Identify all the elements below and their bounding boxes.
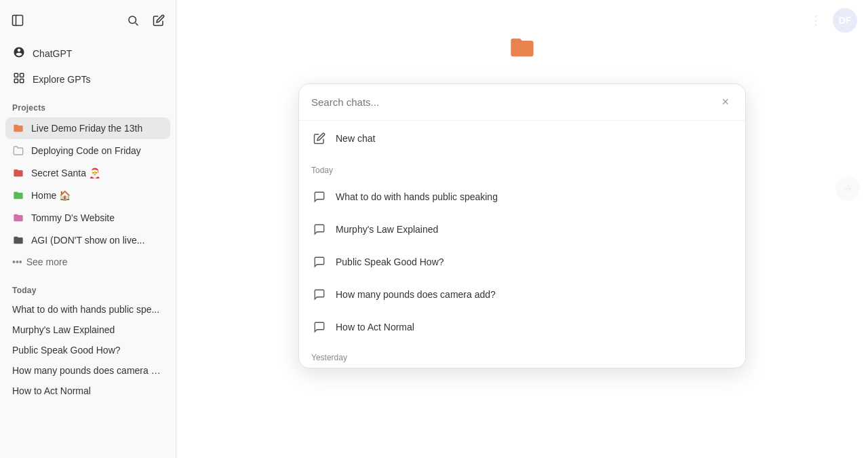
project-item-tommy[interactable]: Tommy D's Website xyxy=(5,207,170,229)
history-item-2[interactable]: Public Speak Good How? xyxy=(0,340,176,360)
folder-large-icon xyxy=(509,34,536,67)
today-section-label: Today xyxy=(0,278,176,299)
folder-icon-plain xyxy=(12,145,24,157)
chat-icon-0 xyxy=(311,189,328,205)
project-item-live-demo[interactable]: Live Demo Friday the 13th xyxy=(5,117,170,139)
project-item-secret-santa[interactable]: Secret Santa 🎅 xyxy=(5,162,170,184)
new-chat-item[interactable]: New chat xyxy=(299,121,745,156)
project-live-demo-label: Live Demo Friday the 13th xyxy=(31,123,142,134)
sidebar-item-chatgpt-label: ChatGPT xyxy=(33,48,72,59)
search-yesterday-label: Yesterday xyxy=(299,343,745,368)
chat-icon-2 xyxy=(311,254,328,270)
project-tommy-label: Tommy D's Website xyxy=(31,212,115,223)
folder-icon-green xyxy=(12,189,24,202)
svg-rect-5 xyxy=(20,73,24,77)
svg-rect-6 xyxy=(14,79,18,83)
sidebar-item-chatgpt[interactable]: ChatGPT xyxy=(5,41,170,66)
search-header: × xyxy=(299,84,745,121)
see-more-label: See more xyxy=(26,256,68,267)
sidebar-nav: ChatGPT Explore GPTs xyxy=(0,38,176,95)
chat-history-list: What to do with hands public spe... Murp… xyxy=(0,299,176,401)
chat-icon-4 xyxy=(311,319,328,335)
explore-icon xyxy=(12,72,26,87)
history-item-4[interactable]: How to Act Normal xyxy=(0,381,176,401)
svg-line-3 xyxy=(136,23,138,26)
sidebar-header-icons xyxy=(124,12,167,29)
search-panel: × New chat Today What to do with hands p… xyxy=(298,83,746,368)
folder-icon-orange xyxy=(12,122,24,134)
svg-rect-4 xyxy=(14,73,18,77)
folder-icon-red xyxy=(12,167,24,179)
sidebar: ChatGPT Explore GPTs Projects Live Demo … xyxy=(0,0,176,458)
projects-list: Live Demo Friday the 13th Deploying Code… xyxy=(0,117,176,252)
folder-icon-pink xyxy=(12,212,24,224)
chat-icon-1 xyxy=(311,221,328,237)
project-agi-label: AGI (DON'T show on live... xyxy=(31,235,144,246)
main-area: ⋮ DF × New chat Today xyxy=(176,0,868,458)
search-result-label-1: Murphy's Law Explained xyxy=(336,224,438,235)
chat-icon-3 xyxy=(311,286,328,303)
search-result-1[interactable]: Murphy's Law Explained xyxy=(299,213,745,246)
search-result-0[interactable]: What to do with hands public speaking xyxy=(299,180,745,213)
search-result-label-2: Public Speak Good How? xyxy=(336,256,444,267)
project-item-deploying-code[interactable]: Deploying Code on Friday xyxy=(5,140,170,161)
sidebar-header xyxy=(0,5,176,38)
project-home-label: Home 🏠 xyxy=(31,190,71,201)
search-close-button[interactable]: × xyxy=(717,94,733,111)
sidebar-item-explore[interactable]: Explore GPTs xyxy=(5,66,170,92)
see-more-dots: ••• xyxy=(12,256,22,267)
search-result-2[interactable]: Public Speak Good How? xyxy=(299,246,745,278)
history-item-1[interactable]: Murphy's Law Explained xyxy=(0,320,176,340)
project-item-home[interactable]: Home 🏠 xyxy=(5,185,170,206)
svg-point-2 xyxy=(129,16,136,24)
new-chat-button[interactable] xyxy=(150,12,167,29)
chatgpt-icon xyxy=(12,46,26,61)
history-item-0[interactable]: What to do with hands public spe... xyxy=(0,299,176,320)
history-item-3[interactable]: How many pounds does camera a... xyxy=(0,360,176,381)
project-secret-santa-label: Secret Santa 🎅 xyxy=(31,168,100,178)
svg-rect-7 xyxy=(20,79,24,83)
folder-icon-dark xyxy=(12,234,24,246)
project-item-agi[interactable]: AGI (DON'T show on live... xyxy=(5,229,170,251)
svg-rect-0 xyxy=(13,16,23,26)
search-result-4[interactable]: How to Act Normal xyxy=(299,311,745,343)
project-deploying-code-label: Deploying Code on Friday xyxy=(31,145,141,156)
see-more-button[interactable]: ••• See more xyxy=(0,252,176,272)
search-result-label-3: How many pounds does camera add? xyxy=(336,289,496,300)
sidebar-item-explore-label: Explore GPTs xyxy=(33,74,91,85)
search-result-3[interactable]: How many pounds does camera add? xyxy=(299,278,745,311)
search-result-label-0: What to do with hands public speaking xyxy=(336,191,498,202)
projects-section-label: Projects xyxy=(0,95,176,117)
search-button[interactable] xyxy=(124,12,142,29)
search-today-label: Today xyxy=(299,156,745,180)
new-chat-icon xyxy=(311,130,328,147)
new-chat-label: New chat xyxy=(336,133,375,144)
sidebar-toggle-button[interactable] xyxy=(8,11,27,30)
search-overlay: × New chat Today What to do with hands p… xyxy=(176,0,868,458)
search-result-label-4: How to Act Normal xyxy=(336,322,414,332)
search-chats-input[interactable] xyxy=(311,96,717,108)
